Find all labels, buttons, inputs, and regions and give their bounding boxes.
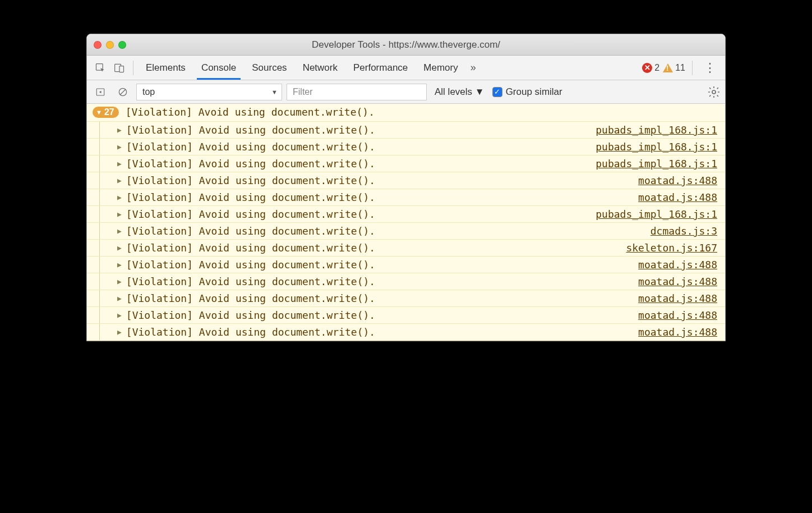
log-row: ▶[Violation] Avoid using document.write(…: [87, 324, 725, 341]
log-message-text: [Violation] Avoid using document.write()…: [126, 276, 375, 287]
group-count-badge: ▼ 27: [93, 107, 119, 118]
disclosure-triangle-icon[interactable]: ▶: [117, 193, 122, 201]
log-source-link[interactable]: moatad.js:488: [638, 326, 717, 338]
chevron-down-icon: ▼: [96, 109, 102, 116]
log-source-link[interactable]: pubads_impl_168.js:1: [596, 208, 717, 220]
tab-elements[interactable]: Elements: [138, 56, 193, 80]
clear-console-icon[interactable]: [114, 83, 132, 101]
log-message-text: [Violation] Avoid using document.write()…: [126, 309, 375, 321]
execution-context-select[interactable]: [136, 84, 282, 100]
disclosure-triangle-icon[interactable]: ▶: [117, 244, 122, 252]
log-row: ▶[Violation] Avoid using document.write(…: [87, 172, 725, 189]
tab-performance[interactable]: Performance: [345, 56, 416, 80]
tab-memory[interactable]: Memory: [416, 56, 465, 80]
log-message-text: [Violation] Avoid using document.write()…: [126, 191, 375, 203]
log-message-text: [Violation] Avoid using document.write()…: [126, 242, 375, 254]
separator: [692, 61, 693, 75]
devtools-menu-icon[interactable]: ⋮: [699, 61, 721, 75]
warning-count[interactable]: 11: [663, 63, 685, 73]
tab-console[interactable]: Console: [193, 56, 244, 80]
log-row: ▶[Violation] Avoid using document.write(…: [87, 256, 725, 273]
log-message-text: [Violation] Avoid using document.write()…: [126, 225, 375, 237]
warning-icon: [663, 63, 673, 72]
log-row: ▶[Violation] Avoid using document.write(…: [87, 290, 725, 307]
disclosure-triangle-icon[interactable]: ▶: [117, 260, 122, 269]
log-source-link[interactable]: moatad.js:488: [638, 309, 717, 321]
close-window-button[interactable]: [94, 41, 101, 49]
disclosure-triangle-icon[interactable]: ▶: [117, 176, 122, 185]
log-source-link[interactable]: moatad.js:488: [638, 191, 717, 203]
log-row: ▶[Violation] Avoid using document.write(…: [87, 240, 725, 256]
disclosure-triangle-icon[interactable]: ▶: [117, 311, 122, 319]
traffic-lights: [94, 41, 126, 49]
log-source-link[interactable]: skeleton.js:167: [626, 242, 717, 254]
log-row: ▶[Violation] Avoid using document.write(…: [87, 307, 725, 324]
log-message-text: [Violation] Avoid using document.write()…: [126, 141, 375, 153]
disclosure-triangle-icon[interactable]: ▶: [117, 294, 122, 303]
log-message-text: [Violation] Avoid using document.write()…: [126, 326, 375, 338]
log-message-text: [Violation] Avoid using document.write()…: [126, 158, 375, 170]
toggle-device-toolbar-icon[interactable]: [110, 59, 128, 77]
log-source-link[interactable]: pubads_impl_168.js:1: [596, 158, 717, 170]
log-message-text: [Violation] Avoid using document.write()…: [126, 208, 375, 220]
message-group-header[interactable]: ▼ 27 [Violation] Avoid using document.wr…: [87, 104, 725, 122]
log-message-text: [Violation] Avoid using document.write()…: [126, 292, 375, 304]
warning-count-value: 11: [675, 63, 685, 73]
console-settings-icon[interactable]: [707, 85, 721, 99]
disclosure-triangle-icon[interactable]: ▶: [117, 210, 122, 218]
panel-tabs: Elements Console Sources Network Perform…: [138, 56, 466, 80]
disclosure-triangle-icon[interactable]: ▶: [117, 143, 122, 151]
log-row: ▶[Violation] Avoid using document.write(…: [87, 189, 725, 206]
log-row: ▶[Violation] Avoid using document.write(…: [87, 273, 725, 290]
error-count-value: 2: [654, 63, 659, 73]
zoom-window-button[interactable]: [118, 41, 126, 49]
log-message-text: [Violation] Avoid using document.write()…: [126, 175, 375, 186]
disclosure-triangle-icon[interactable]: ▶: [117, 277, 122, 286]
log-row: ▶[Violation] Avoid using document.write(…: [87, 139, 725, 155]
devtools-tabs-bar: Elements Console Sources Network Perform…: [87, 56, 725, 80]
show-console-sidebar-icon[interactable]: [91, 83, 109, 101]
group-similar-checkbox[interactable]: ✓ Group similar: [492, 86, 562, 98]
log-level-select[interactable]: All levels ▼: [431, 86, 488, 98]
group-message-text: [Violation] Avoid using document.write()…: [126, 106, 375, 118]
log-source-link[interactable]: pubads_impl_168.js:1: [596, 124, 717, 136]
log-row: ▶[Violation] Avoid using document.write(…: [87, 155, 725, 172]
svg-rect-2: [119, 66, 124, 72]
tab-network[interactable]: Network: [295, 56, 345, 80]
svg-line-5: [120, 89, 126, 95]
log-row: ▶[Violation] Avoid using document.write(…: [87, 122, 725, 139]
error-count[interactable]: ✕ 2: [642, 63, 659, 73]
disclosure-triangle-icon[interactable]: ▶: [117, 328, 122, 336]
devtools-window: Developer Tools - https://www.theverge.c…: [86, 34, 726, 341]
group-count-value: 27: [104, 107, 114, 117]
window-title: Developer Tools - https://www.theverge.c…: [87, 39, 725, 51]
log-source-link[interactable]: moatad.js:488: [638, 259, 717, 271]
disclosure-triangle-icon[interactable]: ▶: [117, 159, 122, 168]
log-message-text: [Violation] Avoid using document.write()…: [126, 259, 375, 271]
inspect-element-icon[interactable]: [91, 59, 109, 77]
disclosure-triangle-icon[interactable]: ▶: [117, 126, 122, 134]
log-message-text: [Violation] Avoid using document.write()…: [126, 124, 375, 136]
log-source-link[interactable]: moatad.js:488: [638, 175, 717, 186]
log-row: ▶[Violation] Avoid using document.write(…: [87, 223, 725, 240]
log-source-link[interactable]: moatad.js:488: [638, 276, 717, 287]
checkbox-checked-icon: ✓: [492, 87, 502, 97]
tab-sources[interactable]: Sources: [244, 56, 294, 80]
svg-point-6: [712, 90, 716, 94]
console-messages: ▼ 27 [Violation] Avoid using document.wr…: [87, 104, 725, 341]
log-source-link[interactable]: dcmads.js:3: [650, 225, 717, 237]
log-source-link[interactable]: pubads_impl_168.js:1: [596, 141, 717, 153]
filter-input[interactable]: [287, 84, 427, 100]
log-row: ▶[Violation] Avoid using document.write(…: [87, 206, 725, 223]
more-tabs-button[interactable]: »: [467, 62, 479, 74]
disclosure-triangle-icon[interactable]: ▶: [117, 227, 122, 235]
log-source-link[interactable]: moatad.js:488: [638, 292, 717, 304]
separator: [133, 61, 133, 75]
group-similar-label: Group similar: [506, 86, 562, 98]
error-icon: ✕: [642, 63, 652, 73]
titlebar[interactable]: Developer Tools - https://www.theverge.c…: [87, 34, 725, 56]
console-toolbar: All levels ▼ ✓ Group similar: [87, 80, 725, 104]
minimize-window-button[interactable]: [106, 41, 114, 49]
